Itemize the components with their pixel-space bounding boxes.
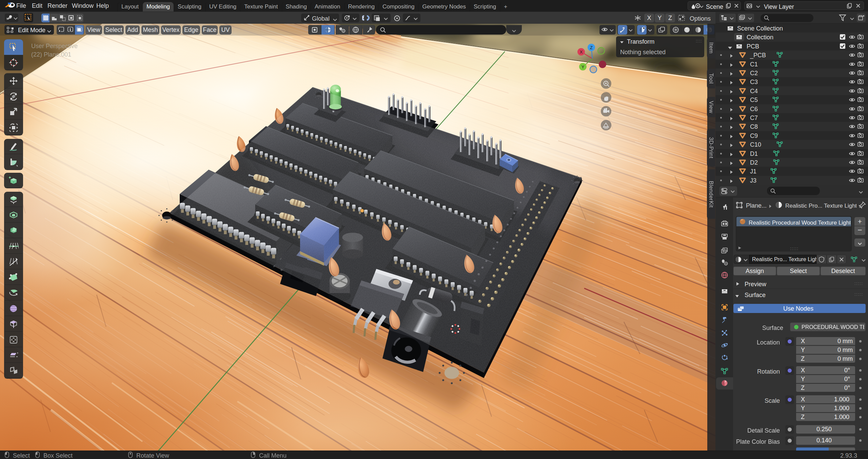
svg-text:X: X	[580, 49, 583, 55]
svg-text:Y: Y	[581, 64, 585, 69]
svg-text:Z: Z	[590, 45, 593, 50]
